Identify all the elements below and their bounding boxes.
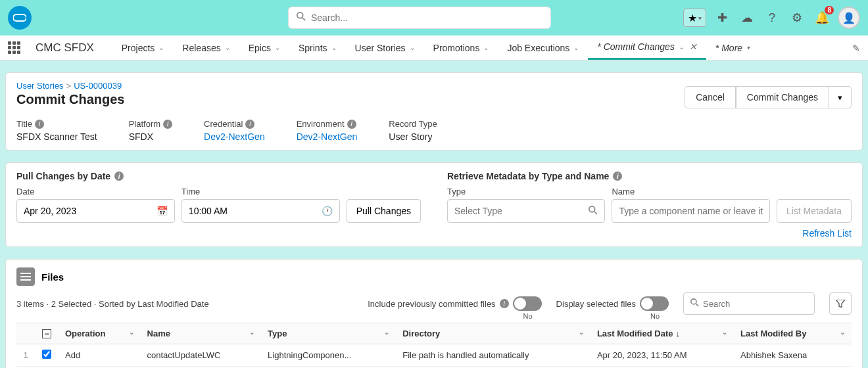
add-icon[interactable]: ✚ (713, 9, 731, 27)
col-last-modified-by[interactable]: Last Modifed By (740, 329, 806, 338)
files-search-input[interactable] (703, 299, 813, 309)
nav-more[interactable]: * More▾ (706, 35, 759, 60)
info-icon[interactable]: i (500, 299, 509, 308)
nav-releases[interactable]: Releases⌄ (173, 35, 239, 60)
type-input[interactable] (454, 206, 589, 216)
list-metadata-button[interactable]: List Metadata (777, 199, 852, 223)
pull-changes-button[interactable]: Pull Changes (347, 199, 421, 223)
info-icon[interactable]: i (613, 172, 622, 181)
app-launcher-icon[interactable] (8, 41, 24, 54)
svg-point-7 (691, 299, 696, 304)
row-checkbox[interactable] (42, 350, 51, 359)
cancel-button[interactable]: Cancel (685, 86, 736, 108)
include-toggle[interactable] (513, 296, 542, 311)
type-label: Type (447, 187, 605, 196)
include-toggle-label: Include previously committed files (368, 299, 495, 309)
nav-epics[interactable]: Epics⌄ (239, 35, 289, 60)
select-all-checkbox[interactable]: − (42, 329, 51, 338)
chevron-down-icon[interactable]: ⌄ (579, 329, 584, 336)
salesforce-icon[interactable]: ☁ (738, 9, 756, 27)
table-row[interactable]: 1 Add contactUpdateLWC LightningComponen… (16, 344, 852, 367)
close-icon[interactable]: ✕ (689, 41, 697, 52)
type-select[interactable] (447, 199, 605, 223)
pull-retrieve-panel: Pull Changes by Datei Date 📅 Time 🕐 Pull… (5, 162, 863, 247)
edit-icon[interactable]: ✎ (852, 43, 860, 53)
chevron-down-icon: ⌄ (275, 44, 280, 51)
search-icon (690, 298, 699, 310)
time-input-wrap[interactable]: 🕐 (181, 199, 340, 223)
display-toggle-label: Display selected files (556, 299, 636, 309)
list-icon (16, 267, 35, 286)
nav-sprints[interactable]: Sprints⌄ (289, 35, 346, 60)
notification-icon[interactable]: 🔔8 (813, 9, 831, 27)
chevron-down-icon[interactable]: ⌄ (249, 329, 254, 336)
name-input[interactable] (619, 206, 762, 216)
chevron-down-icon: ⌄ (410, 44, 415, 51)
chevron-down-icon[interactable]: ⌄ (129, 329, 134, 336)
svg-line-8 (696, 304, 698, 306)
retrieve-section-title: Retrieve Metadata by Type and Name (447, 171, 609, 181)
chevron-down-icon: ⌄ (158, 44, 164, 51)
display-toggle[interactable] (640, 296, 669, 311)
search-icon (297, 12, 306, 24)
favorites-button[interactable]: ★ ▾ (683, 9, 706, 27)
chevron-down-icon: ⌄ (573, 44, 579, 51)
date-input-wrap[interactable]: 📅 (16, 199, 175, 223)
help-icon[interactable]: ? (763, 9, 781, 27)
commit-changes-button[interactable]: Commit Changes (736, 86, 829, 108)
info-icon[interactable]: i (114, 172, 124, 181)
app-logo[interactable] (8, 6, 32, 30)
chevron-down-icon[interactable]: ⌄ (384, 329, 389, 336)
calendar-icon[interactable]: 📅 (157, 206, 168, 216)
avatar[interactable]: 👤 (838, 7, 860, 29)
global-search[interactable] (288, 7, 551, 29)
environment-link[interactable]: Dev2-NextGen (297, 131, 358, 142)
svg-line-3 (594, 211, 597, 214)
col-type[interactable]: Type (268, 329, 287, 338)
time-label: Time (181, 187, 340, 196)
platform-value: SFDX (129, 131, 172, 142)
svg-point-0 (297, 12, 303, 18)
nav-job-executions[interactable]: Job Executions⌄ (498, 35, 588, 60)
nav-projects[interactable]: Projects⌄ (112, 35, 174, 60)
search-icon[interactable] (589, 206, 598, 217)
refresh-list-link[interactable]: Refresh List (447, 228, 852, 239)
chevron-down-icon[interactable]: ⌄ (722, 329, 727, 336)
chevron-down-icon[interactable]: ⌄ (840, 329, 845, 336)
recordtype-value: User Story (389, 131, 437, 142)
chevron-down-icon: ⌄ (225, 44, 230, 51)
dropdown-button[interactable]: ▾ (829, 86, 852, 108)
date-label: Date (16, 187, 175, 196)
gear-icon[interactable]: ⚙ (788, 9, 806, 27)
platform-label: Platform (129, 119, 160, 129)
svg-line-1 (302, 18, 305, 20)
col-name[interactable]: Name (147, 329, 170, 338)
filter-button[interactable] (829, 292, 852, 315)
chevron-down-icon: ▾ (746, 44, 750, 51)
info-icon[interactable]: i (347, 120, 356, 129)
col-directory[interactable]: Directory (402, 329, 440, 338)
col-last-modified-date[interactable]: Last Modified Date (597, 329, 673, 338)
search-input[interactable] (311, 12, 542, 23)
name-input-wrap[interactable] (612, 199, 769, 223)
files-search[interactable] (683, 292, 815, 315)
info-icon[interactable]: i (163, 120, 172, 129)
date-input[interactable] (24, 206, 157, 216)
clock-icon[interactable]: 🕐 (322, 206, 333, 216)
breadcrumb-current[interactable]: US-0000039 (74, 81, 122, 91)
files-panel: Files 3 items · 2 Selected · Sorted by L… (5, 259, 863, 368)
info-icon[interactable]: i (245, 120, 254, 129)
chevron-down-icon: ⌄ (331, 44, 337, 51)
sort-arrow-icon: ↓ (675, 329, 680, 338)
info-icon[interactable]: i (35, 120, 44, 129)
nav-promotions[interactable]: Promotions⌄ (424, 35, 498, 60)
credential-link[interactable]: Dev2-NextGen (204, 131, 265, 142)
notification-badge: 8 (825, 6, 834, 14)
files-status: 3 items · 2 Selected · Sorted by Last Mo… (16, 299, 209, 309)
breadcrumb-root[interactable]: User Stories (16, 81, 64, 91)
nav-user-stories[interactable]: User Stories⌄ (346, 35, 424, 60)
time-input[interactable] (189, 206, 322, 216)
tab-commit-changes[interactable]: * Commit Changes⌄✕ (588, 35, 706, 60)
col-operation[interactable]: Operation (65, 329, 105, 338)
app-name: CMC SFDX (36, 41, 94, 55)
